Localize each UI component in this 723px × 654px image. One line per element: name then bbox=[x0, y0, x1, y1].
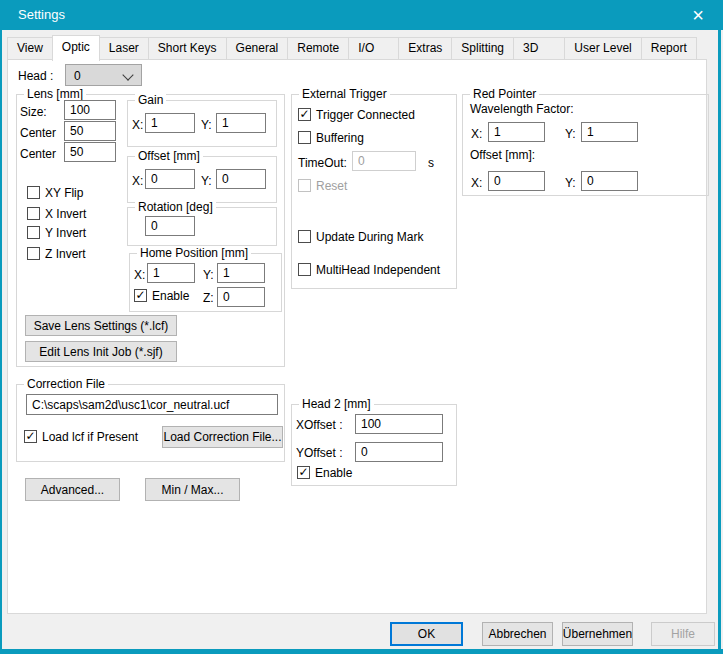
head-select[interactable]: 0 bbox=[65, 64, 142, 86]
checkbox-head2-enable[interactable]: ✓ Enable bbox=[297, 465, 352, 480]
tab-remote[interactable]: Remote bbox=[287, 37, 349, 59]
tab-report[interactable]: Report bbox=[641, 37, 697, 59]
checkbox-unchecked-icon bbox=[27, 207, 40, 220]
head2-yoffset-input[interactable] bbox=[355, 442, 443, 462]
window-title: Settings bbox=[18, 7, 65, 22]
lens-center-x-label: Center bbox=[20, 126, 56, 140]
head-label: Head : bbox=[18, 69, 53, 83]
home-z-label: Z: bbox=[203, 291, 214, 305]
save-lens-settings-button[interactable]: Save Lens Settings (*.lcf) bbox=[25, 315, 177, 336]
checkbox-checked-icon: ✓ bbox=[134, 289, 147, 302]
checkbox-reset: Reset bbox=[298, 178, 347, 193]
lens-center-x-input[interactable] bbox=[64, 121, 116, 141]
group-title: Head 2 [mm] bbox=[299, 397, 374, 411]
checkbox-multihead-independent[interactable]: MultiHead Independent bbox=[298, 262, 440, 277]
tab-optic[interactable]: Optic bbox=[52, 35, 100, 61]
apply-button[interactable]: Übernehmen bbox=[562, 622, 633, 646]
group-title: Gain bbox=[135, 93, 166, 107]
window-border-right bbox=[718, 30, 721, 654]
load-correction-file-button[interactable]: Load Correction File... bbox=[162, 426, 283, 448]
lens-center-y-label: Center bbox=[20, 147, 56, 161]
wavelength-y-label: Y: bbox=[565, 127, 576, 141]
gain-x-input[interactable] bbox=[145, 113, 195, 133]
red-pointer-offset-x-input[interactable] bbox=[488, 171, 545, 191]
checkbox-x-invert[interactable]: X Invert bbox=[27, 206, 86, 221]
home-y-input[interactable] bbox=[217, 263, 265, 283]
head2-xoffset-input[interactable] bbox=[355, 414, 443, 434]
group-title: Lens [mm] bbox=[24, 87, 86, 101]
home-x-label: X: bbox=[134, 268, 145, 282]
wavelength-x-label: X: bbox=[471, 127, 482, 141]
group-title: Rotation [deg] bbox=[135, 200, 216, 214]
checkbox-z-invert[interactable]: Z Invert bbox=[27, 246, 86, 261]
gain-y-input[interactable] bbox=[216, 113, 266, 133]
chevron-down-icon bbox=[122, 69, 133, 80]
checkbox-unchecked-icon bbox=[27, 247, 40, 260]
lens-size-input[interactable] bbox=[64, 100, 116, 120]
checkbox-unchecked-icon bbox=[27, 186, 40, 199]
home-y-label: Y: bbox=[203, 268, 214, 282]
checkbox-load-lcf[interactable]: ✓ Load lcf if Present bbox=[24, 429, 138, 444]
group-title: Correction File bbox=[24, 377, 108, 391]
checkbox-checked-icon: ✓ bbox=[298, 108, 311, 121]
tab-view[interactable]: View bbox=[7, 37, 53, 59]
checkbox-home-enable[interactable]: ✓ Enable bbox=[134, 288, 189, 303]
tab-extras[interactable]: Extras bbox=[398, 37, 452, 59]
lens-size-label: Size: bbox=[20, 105, 47, 119]
red-pointer-offset-y-input[interactable] bbox=[581, 171, 638, 191]
tab-3d[interactable]: 3D bbox=[513, 37, 565, 59]
checkbox-y-invert[interactable]: Y Invert bbox=[27, 225, 86, 240]
wavelength-y-input[interactable] bbox=[581, 122, 638, 142]
gain-x-label: X: bbox=[132, 118, 143, 132]
checkbox-unchecked-icon bbox=[298, 230, 311, 243]
tab-laser[interactable]: Laser bbox=[99, 37, 149, 59]
checkbox-checked-icon: ✓ bbox=[24, 430, 37, 443]
window-border-left bbox=[0, 30, 2, 654]
titlebar[interactable]: Settings × bbox=[0, 0, 723, 30]
checkbox-unchecked-icon bbox=[27, 226, 40, 239]
min-max-button[interactable]: Min / Max... bbox=[145, 478, 240, 501]
offset-y-label: Y: bbox=[201, 174, 212, 188]
checkbox-xy-flip[interactable]: XY Flip bbox=[27, 185, 83, 200]
offset-x-input[interactable] bbox=[145, 169, 195, 189]
correction-file-path-input[interactable] bbox=[26, 394, 278, 415]
tab-general[interactable]: General bbox=[226, 37, 289, 59]
home-z-input[interactable] bbox=[217, 287, 265, 307]
timeout-input bbox=[352, 151, 416, 171]
ok-button[interactable]: OK bbox=[390, 622, 463, 646]
window-border-bottom bbox=[0, 649, 723, 654]
group-title: External Trigger bbox=[299, 87, 390, 101]
tab-user-level[interactable]: User Level bbox=[564, 37, 641, 59]
group-title: Red Pointer bbox=[470, 87, 539, 101]
settings-dialog: Settings × View Optic Laser Short Keys G… bbox=[0, 0, 723, 654]
wavelength-factor-label: Wavelength Factor: bbox=[470, 102, 574, 116]
rotation-input[interactable] bbox=[145, 216, 195, 236]
group-title: Offset [mm] bbox=[135, 149, 203, 163]
checkbox-buffering[interactable]: Buffering bbox=[298, 130, 364, 145]
checkbox-update-during-mark[interactable]: Update During Mark bbox=[298, 229, 423, 244]
gain-y-label: Y: bbox=[201, 118, 212, 132]
checkbox-trigger-connected[interactable]: ✓ Trigger Connected bbox=[298, 107, 415, 122]
timeout-unit-label: s bbox=[428, 156, 434, 170]
checkbox-unchecked-icon bbox=[298, 263, 311, 276]
tab-short-keys[interactable]: Short Keys bbox=[148, 37, 227, 59]
offset-y-input[interactable] bbox=[216, 169, 266, 189]
red-pointer-offset-label: Offset [mm]: bbox=[470, 148, 535, 162]
tab-splitting[interactable]: Splitting bbox=[451, 37, 514, 59]
advanced-button[interactable]: Advanced... bbox=[25, 478, 120, 501]
cancel-button[interactable]: Abbrechen bbox=[482, 622, 553, 646]
edit-lens-init-job-button[interactable]: Edit Lens Init Job (*.sjf) bbox=[25, 341, 177, 362]
head-select-value: 0 bbox=[74, 69, 81, 83]
close-icon[interactable]: × bbox=[681, 2, 715, 28]
home-x-input[interactable] bbox=[147, 263, 195, 283]
checkbox-unchecked-icon bbox=[298, 179, 311, 192]
red-pointer-offset-y-label: Y: bbox=[565, 176, 576, 190]
tab-io[interactable]: I/O bbox=[348, 37, 399, 59]
help-button: Hilfe bbox=[651, 622, 715, 646]
lens-center-y-input[interactable] bbox=[64, 142, 116, 162]
red-pointer-offset-x-label: X: bbox=[471, 176, 482, 190]
head2-xoffset-label: XOffset : bbox=[296, 418, 342, 432]
wavelength-x-input[interactable] bbox=[488, 122, 545, 142]
head2-yoffset-label: YOffset : bbox=[296, 446, 342, 460]
group-title: Home Position [mm] bbox=[137, 246, 251, 260]
